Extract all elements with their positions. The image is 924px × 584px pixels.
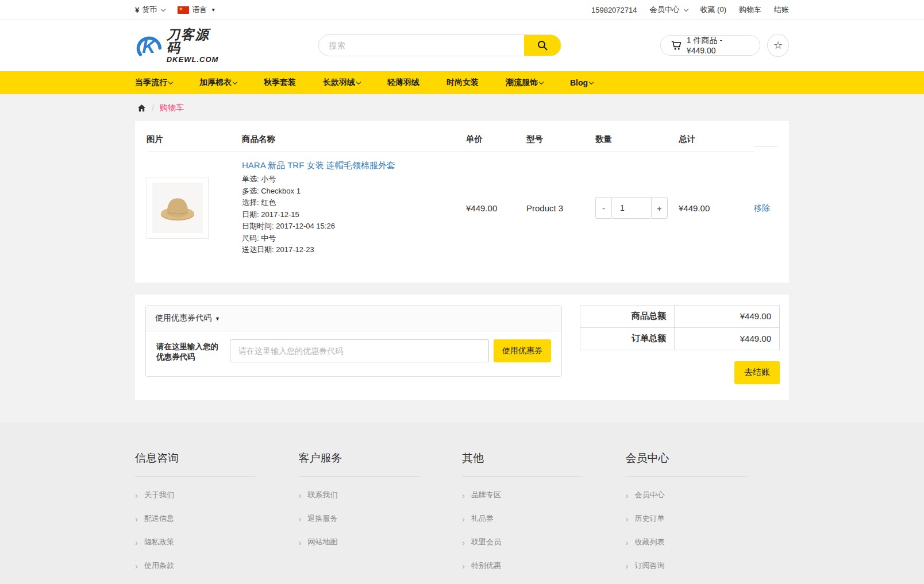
- nav-item-padded-coats[interactable]: 加厚棉衣: [199, 78, 237, 88]
- cart-table-header: 图片 商品名称 单价 型号 数量 总计: [147, 134, 777, 152]
- footer-link-returns[interactable]: ›退换服务: [299, 507, 463, 531]
- footer-link-newsletter[interactable]: ›订阅咨询: [626, 554, 790, 578]
- coupon-input-label: 请在这里输入您的优惠券代码: [156, 339, 221, 362]
- product-option: 送达日期: 2017-12-23: [242, 244, 466, 256]
- logo-mark-icon: K: [135, 31, 164, 60]
- logo-domain: DKEWL.COM: [167, 56, 221, 63]
- coupon-code-input[interactable]: [230, 339, 489, 362]
- footer-heading: 会员中心: [626, 451, 790, 466]
- site-footer: 信息咨询 ›关于我们 ›配送信息 ›隐私政策 ›使用条款 客户服务 ›联系我们 …: [0, 422, 924, 584]
- chevron-right-icon: ›: [462, 491, 465, 500]
- product-option: 单选: 小号: [242, 173, 466, 185]
- chevron-right-icon: ›: [626, 515, 629, 523]
- footer-link-gift-vouchers[interactable]: ›礼品券: [462, 507, 626, 531]
- col-image: 图片: [147, 134, 242, 152]
- col-quantity: 数量: [595, 134, 679, 152]
- nav-item-seasonal[interactable]: 当季流行: [135, 78, 172, 88]
- footer-link-privacy[interactable]: ›隐私政策: [135, 531, 299, 554]
- footer-link-about[interactable]: ›关于我们: [135, 484, 299, 507]
- product-thumbnail[interactable]: [147, 177, 209, 239]
- straw-hat-image: [152, 183, 203, 233]
- cart-link[interactable]: 购物车: [739, 5, 761, 15]
- apply-coupon-button[interactable]: 使用优惠券: [494, 339, 551, 362]
- nav-item-long-down[interactable]: 长款羽绒: [323, 78, 360, 88]
- footer-link-terms[interactable]: ›使用条款: [135, 554, 299, 578]
- quantity-decrease-button[interactable]: -: [595, 197, 612, 219]
- product-name-link[interactable]: HARA 新品 TRF 女装 连帽毛领棉服外套: [242, 160, 395, 171]
- footer-link-specials[interactable]: ›特别优惠: [462, 554, 626, 578]
- divider: [626, 476, 746, 477]
- subtotal-label: 商品总额: [580, 305, 675, 327]
- chevron-right-icon: ›: [299, 491, 302, 500]
- quantity-input[interactable]: [611, 197, 652, 219]
- col-unit-price: 单价: [466, 134, 526, 152]
- footer-column-service: 客户服务 ›联系我们 ›退换服务 ›网站地图: [299, 451, 463, 578]
- chevron-right-icon: ›: [135, 538, 138, 547]
- footer-link-contact[interactable]: ›联系我们: [299, 484, 463, 507]
- order-totals: 商品总额 ¥449.00 订单总额 ¥449.00 去结账: [580, 305, 780, 384]
- nav-item-blog[interactable]: Blog: [570, 78, 593, 87]
- nav-item-light-down[interactable]: 轻薄羽绒: [387, 78, 419, 88]
- col-model: 型号: [526, 134, 595, 152]
- quantity-stepper: - +: [595, 197, 668, 219]
- cart-item-row: HARA 新品 TRF 女装 连帽毛领棉服外套 单选: 小号 多选: Check…: [147, 152, 777, 256]
- footer-link-wishlist[interactable]: ›收藏列表: [626, 531, 790, 554]
- product-option: 选择: 红色: [242, 197, 466, 209]
- checkout-button[interactable]: 去结账: [734, 361, 780, 384]
- product-option: 日期时间: 2017-12-04 15:26: [242, 221, 466, 233]
- wishlist-button[interactable]: ☆: [767, 34, 789, 57]
- product-option: 多选: Checkbox 1: [242, 185, 466, 198]
- chevron-right-icon: ›: [626, 562, 629, 570]
- footer-heading: 信息咨询: [135, 451, 299, 466]
- nav-item-trendy[interactable]: 潮流服饰: [506, 78, 543, 88]
- footer-heading: 客户服务: [299, 451, 463, 466]
- china-flag-icon: ★: [178, 6, 189, 14]
- chevron-down-icon: [589, 79, 594, 84]
- home-icon[interactable]: [137, 104, 146, 113]
- footer-link-account[interactable]: ›会员中心: [626, 484, 790, 507]
- currency-selector[interactable]: ¥ 货币: [135, 5, 165, 15]
- svg-text:K: K: [142, 36, 156, 57]
- chevron-right-icon: ›: [626, 538, 629, 547]
- language-selector[interactable]: ★ 语言 ▼: [178, 5, 215, 15]
- product-option: 日期: 2017-12-15: [242, 209, 466, 221]
- footer-link-brands[interactable]: ›品牌专区: [462, 484, 626, 507]
- currency-symbol-icon: ¥: [135, 6, 139, 14]
- wishlist-link[interactable]: 收藏 (0): [700, 5, 727, 15]
- chevron-right-icon: ›: [626, 491, 629, 500]
- search-bar: [318, 34, 561, 56]
- nav-item-autumn-sets[interactable]: 秋季套装: [264, 78, 296, 88]
- coupon-collapse-toggle[interactable]: 使用优惠券代码 ▼: [146, 305, 561, 331]
- search-button[interactable]: [524, 35, 561, 56]
- caret-down-icon: ▼: [211, 7, 215, 13]
- chevron-right-icon: ›: [462, 562, 465, 570]
- chevron-down-icon: [539, 79, 544, 84]
- site-logo[interactable]: K 刀客源码 DKEWL.COM: [135, 28, 221, 63]
- breadcrumb-current[interactable]: 购物车: [160, 103, 184, 113]
- header-cart-summary[interactable]: 1 件商品 - ¥449.00: [660, 35, 760, 56]
- chevron-down-icon: [161, 6, 165, 11]
- search-icon: [537, 40, 548, 51]
- chevron-right-icon: ›: [135, 491, 138, 500]
- main-navigation: 当季流行 加厚棉衣 秋季套装 长款羽绒 轻薄羽绒 时尚女装 潮流服饰 Blog: [0, 71, 924, 94]
- account-menu[interactable]: 会员中心: [650, 5, 688, 15]
- language-label: 语言: [192, 5, 207, 15]
- cart-table-panel: 图片 商品名称 单价 型号 数量 总计: [135, 121, 789, 283]
- product-option: 尺码: 中号: [242, 233, 466, 245]
- chevron-down-icon: [233, 79, 237, 84]
- remove-item-link[interactable]: 移除: [754, 203, 770, 212]
- phone-number: 15982072714: [591, 6, 637, 14]
- totals-row: 商品总额 ¥449.00: [580, 305, 780, 327]
- chevron-right-icon: ›: [299, 538, 302, 547]
- footer-link-sitemap[interactable]: ›网站地图: [299, 531, 463, 554]
- footer-link-delivery[interactable]: ›配送信息: [135, 507, 299, 531]
- footer-link-affiliates[interactable]: ›联盟会员: [462, 531, 626, 554]
- chevron-down-icon: [168, 79, 173, 84]
- quantity-increase-button[interactable]: +: [651, 197, 668, 219]
- checkout-link[interactable]: 结账: [774, 5, 789, 15]
- footer-column-information: 信息咨询 ›关于我们 ›配送信息 ›隐私政策 ›使用条款: [135, 451, 299, 578]
- footer-link-order-history[interactable]: ›历史订单: [626, 507, 790, 531]
- search-input[interactable]: [319, 35, 524, 56]
- nav-item-women-fashion[interactable]: 时尚女装: [446, 78, 479, 88]
- col-name: 商品名称: [242, 134, 466, 152]
